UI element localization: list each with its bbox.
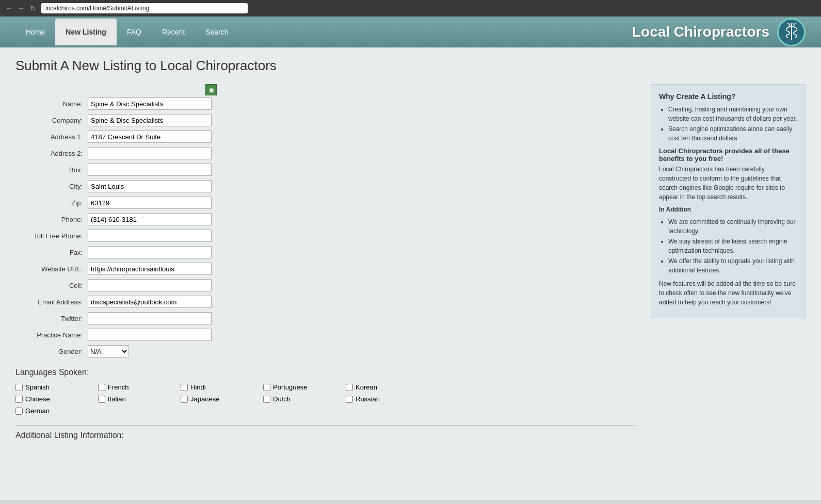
practice-name-row: Practice Name: — [15, 329, 635, 341]
address2-input[interactable] — [88, 147, 212, 159]
language-checkbox-korean[interactable] — [346, 384, 353, 391]
cell-input[interactable] — [88, 279, 212, 291]
brand-area: Local Chiropractors — [632, 18, 821, 46]
panel-bold-line: Local Chiropractors provides all of thes… — [659, 147, 797, 162]
email-label: Email Address: — [15, 298, 88, 306]
gender-row: Gender: N/A Male Female — [15, 345, 635, 357]
cell-label: Cell: — [15, 282, 88, 289]
languages-section-title: Languages Spoken: — [15, 368, 635, 377]
website-row: Website URL: — [15, 263, 635, 275]
brand-title: Local Chiropractors — [632, 24, 769, 40]
language-item: French — [98, 383, 181, 391]
nav-new-listing[interactable]: New Listing — [55, 19, 117, 45]
language-label: Japanese — [190, 395, 219, 403]
city-row: City: — [15, 180, 635, 192]
language-label: Hindi — [190, 383, 206, 391]
language-label: Chinese — [25, 395, 50, 403]
practice-name-input[interactable] — [88, 329, 212, 341]
language-checkbox-dutch[interactable] — [263, 396, 270, 403]
phone-input[interactable] — [88, 213, 212, 225]
name-row: Name: — [15, 97, 635, 110]
email-row: Email Address: — [15, 296, 635, 308]
autofill-button[interactable]: ▣ — [205, 84, 217, 95]
panel-bullet2-item: We stay abreast of the latest search eng… — [668, 237, 797, 255]
practice-name-label: Practice Name: — [15, 331, 88, 339]
language-item: Russian — [346, 395, 428, 403]
main-content: Submit A New Listing to Local Chiropract… — [0, 47, 821, 500]
url-bar[interactable]: localchiros.com/Home/SubmitAListing — [41, 3, 248, 13]
language-item: German — [15, 407, 98, 415]
language-checkbox-portuguese[interactable] — [263, 384, 270, 391]
back-button[interactable]: ← — [5, 4, 12, 12]
tollfree-row: Toll Free Phone: — [15, 230, 635, 242]
panel-footer-text: New features will be added all the time … — [659, 279, 797, 307]
gender-label: Gender: — [15, 348, 88, 355]
language-item: Korean — [346, 383, 428, 391]
nav-menu: Home New Listing FAQ Recent Search — [0, 19, 239, 45]
zip-label: Zip: — [15, 199, 88, 207]
language-item: Italian — [98, 395, 181, 403]
panel-bullet2-item: We offer the ability to upgrade your lis… — [668, 256, 797, 275]
panel-bullet2-item: We are committed to continually improvin… — [668, 217, 797, 236]
panel-in-addition: In Addition — [659, 205, 797, 214]
language-label: French — [108, 383, 128, 391]
name-input[interactable] — [88, 97, 212, 110]
refresh-button[interactable]: ↻ — [30, 4, 36, 12]
panel-bullet1-item: Creating, hosting and maintaining your o… — [668, 105, 797, 123]
page-title: Submit A New Listing to Local Chiropract… — [15, 58, 806, 74]
language-label: Dutch — [273, 395, 291, 403]
language-checkbox-japanese[interactable] — [181, 396, 188, 403]
box-label: Box: — [15, 166, 88, 174]
language-checkbox-italian[interactable] — [98, 396, 105, 403]
language-checkbox-hindi[interactable] — [181, 384, 188, 391]
language-item: Dutch — [263, 395, 346, 403]
address1-input[interactable] — [88, 131, 212, 143]
box-row: Box: — [15, 164, 635, 176]
language-checkbox-german[interactable] — [15, 408, 23, 415]
forward-button[interactable]: → — [18, 4, 25, 12]
email-input[interactable] — [88, 296, 212, 308]
language-item: Chinese — [15, 395, 98, 403]
zip-row: Zip: — [15, 197, 635, 209]
company-input[interactable] — [88, 114, 212, 126]
language-label: German — [25, 407, 50, 415]
twitter-label: Twitter: — [15, 315, 88, 322]
address1-row: Address 1: — [15, 131, 635, 143]
panel-bullet1-item: Search engine optimizations alone can ea… — [668, 124, 797, 143]
panel-title: Why Create A Listing? — [659, 92, 797, 101]
panel-bullets2: We are committed to continually improvin… — [659, 217, 797, 275]
fax-input[interactable] — [88, 246, 212, 258]
nav-search[interactable]: Search — [195, 19, 238, 45]
name-label: Name: — [15, 100, 88, 108]
language-checkbox-french[interactable] — [98, 384, 105, 391]
nav-home[interactable]: Home — [15, 19, 55, 45]
panel-bullets1: Creating, hosting and maintaining your o… — [659, 105, 797, 143]
website-input[interactable] — [88, 263, 212, 275]
language-checkbox-russian[interactable] — [346, 396, 353, 403]
autofill-row: ▣ — [15, 84, 217, 95]
info-panel: Why Create A Listing? Creating, hosting … — [651, 84, 806, 318]
zip-input[interactable] — [88, 197, 212, 209]
gender-select[interactable]: N/A Male Female — [88, 345, 129, 357]
language-item: Spanish — [15, 383, 98, 391]
language-checkbox-spanish[interactable] — [15, 384, 23, 391]
nav-faq[interactable]: FAQ — [117, 19, 152, 45]
address1-label: Address 1: — [15, 133, 88, 141]
svg-line-2 — [787, 23, 789, 24]
nav-recent[interactable]: Recent — [152, 19, 195, 45]
website-label: Website URL: — [15, 265, 88, 273]
language-label: Portuguese — [273, 383, 308, 391]
form-left: ▣ Name: Company: Address 1: Address 2: — [15, 84, 635, 440]
city-input[interactable] — [88, 180, 212, 192]
tollfree-input[interactable] — [88, 230, 212, 242]
svg-line-3 — [794, 23, 796, 24]
twitter-input[interactable] — [88, 312, 212, 324]
company-label: Company: — [15, 117, 88, 124]
language-checkbox-chinese[interactable] — [15, 396, 23, 403]
company-row: Company: — [15, 114, 635, 126]
additional-title: Additional Listing Information: — [15, 425, 635, 440]
box-input[interactable] — [88, 164, 212, 176]
browser-chrome: ← → ↻ localchiros.com/Home/SubmitAListin… — [0, 0, 821, 17]
panel-body-text: Local Chiropractors has been carefully c… — [659, 165, 797, 202]
top-navigation: Home New Listing FAQ Recent Search Local… — [0, 17, 821, 47]
